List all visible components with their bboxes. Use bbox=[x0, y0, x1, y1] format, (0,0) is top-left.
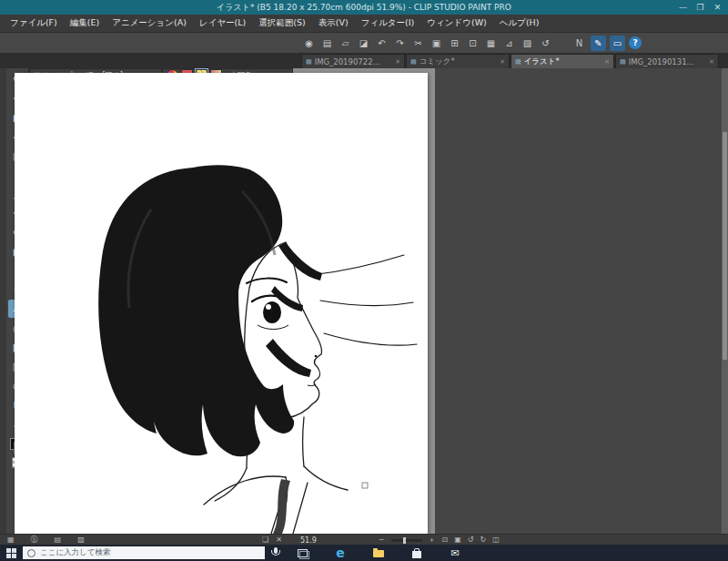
menu-edit[interactable]: 編集(E) bbox=[64, 15, 106, 33]
tab-label: コミック* bbox=[420, 56, 498, 67]
menu-file[interactable]: ファイル(F) bbox=[4, 15, 64, 33]
windows-taskbar: ここに入力して検索 e ✉ bbox=[0, 545, 728, 561]
document-tab-0[interactable]: ▤IMG_20190722...✕ bbox=[301, 54, 405, 68]
reset-display-icon[interactable]: ↺ bbox=[538, 36, 553, 51]
pen-settings-icon[interactable]: ✎ bbox=[591, 36, 606, 51]
minimize-button[interactable]: — bbox=[674, 0, 692, 15]
tablet-mode-icon[interactable]: ▭ bbox=[610, 36, 625, 51]
menu-help[interactable]: ヘルプ(H) bbox=[493, 15, 546, 33]
menu-animation[interactable]: アニメーション(A) bbox=[106, 15, 193, 33]
menu-filter[interactable]: フィルター(I) bbox=[355, 15, 421, 33]
tab-label: イラスト* bbox=[524, 56, 602, 67]
tab-close-icon[interactable]: ✕ bbox=[500, 58, 505, 66]
redo-icon[interactable]: ↷ bbox=[392, 36, 408, 51]
document-icon: ▤ bbox=[306, 58, 312, 66]
store-icon[interactable] bbox=[410, 545, 424, 561]
menu-view[interactable]: 表示(V) bbox=[312, 15, 355, 33]
document-tab-2[interactable]: ▤イラスト*✕ bbox=[511, 54, 614, 68]
selection-handle[interactable] bbox=[362, 483, 368, 488]
taskbar-search-input[interactable]: ここに入力して検索 bbox=[23, 546, 265, 559]
search-icon bbox=[27, 549, 35, 557]
zoom-value: 51.9 bbox=[300, 536, 317, 545]
document-icon: ▤ bbox=[620, 58, 626, 66]
mail-icon[interactable]: ✉ bbox=[448, 545, 462, 561]
tab-close-icon[interactable]: ✕ bbox=[395, 58, 400, 66]
tab-label: IMG_20190131... bbox=[629, 57, 707, 66]
edge-icon[interactable]: e bbox=[333, 545, 348, 561]
n-badge-icon[interactable]: N bbox=[571, 36, 587, 51]
open-file-icon[interactable]: ▱ bbox=[338, 36, 353, 51]
close-button[interactable]: ✕ bbox=[709, 0, 726, 15]
file-explorer-icon[interactable] bbox=[371, 545, 386, 561]
tab-close-icon[interactable]: ✕ bbox=[604, 58, 610, 66]
snap-to-grid-icon[interactable]: ▨ bbox=[520, 36, 535, 51]
copy-icon[interactable]: ▣ bbox=[429, 36, 444, 51]
window-title: イラスト* (B5 18.20 x 25.70cm 600dpi 51.9%) … bbox=[0, 2, 728, 14]
canvas-illustration bbox=[15, 73, 428, 534]
search-placeholder: ここに入力して検索 bbox=[40, 547, 111, 558]
undo-icon[interactable]: ↶ bbox=[374, 36, 389, 51]
ribbon-shape bbox=[273, 479, 290, 534]
menu-layer[interactable]: レイヤー(L) bbox=[193, 15, 252, 33]
deselect-icon[interactable]: ⊡ bbox=[465, 36, 480, 51]
task-view-icon[interactable] bbox=[295, 545, 309, 561]
new-file-icon[interactable]: ▤ bbox=[319, 36, 335, 51]
zoom-slider[interactable] bbox=[391, 539, 422, 542]
clip-studio-logo-icon[interactable]: ◉ bbox=[301, 36, 317, 51]
maximize-button[interactable]: ❐ bbox=[692, 0, 709, 15]
canvas-area bbox=[0, 68, 435, 534]
help-icon[interactable]: ? bbox=[629, 36, 642, 49]
document-tab-3[interactable]: ▤IMG_20190131...✕ bbox=[615, 54, 719, 68]
microphone-icon[interactable] bbox=[269, 547, 282, 559]
zoom-slider-thumb[interactable] bbox=[403, 537, 406, 544]
tab-label: IMG_20190722... bbox=[315, 57, 393, 66]
document-tab-1[interactable]: ▤コミック*✕ bbox=[406, 54, 510, 68]
menu-bar: ファイル(F)編集(E)アニメーション(A)レイヤー(L)選択範囲(S)表示(V… bbox=[0, 15, 728, 33]
snap-to-ruler-icon[interactable]: ▦ bbox=[483, 36, 499, 51]
document-icon: ▤ bbox=[515, 58, 521, 66]
eye-iris bbox=[263, 301, 281, 323]
document-icon: ▤ bbox=[410, 58, 417, 66]
title-bar: イラスト* (B5 18.20 x 25.70cm 600dpi 51.9%) … bbox=[0, 0, 728, 15]
cut-icon[interactable]: ✂ bbox=[410, 36, 426, 51]
command-bar: ◉▤▱◪↶↷✂▣⊞⊡▦⊿▨↺ N✎▭? bbox=[0, 33, 728, 54]
tab-close-icon[interactable]: ✕ bbox=[709, 58, 714, 66]
menu-selection[interactable]: 選択範囲(S) bbox=[252, 15, 311, 33]
snap-to-special-ruler-icon[interactable]: ⊿ bbox=[501, 36, 517, 51]
save-file-icon[interactable]: ◪ bbox=[356, 36, 371, 51]
document-tab-bar: ▤IMG_20190722...✕▤コミック*✕▤イラスト*✕▤IMG_2019… bbox=[0, 53, 728, 68]
workspace: ⚲✚▶◆▢✦◢✒✏◣∴✳▰◑◧▥○⊞A ⚒ ツールプロパティ[硬め] 硬め ブラ… bbox=[0, 68, 728, 534]
start-button[interactable] bbox=[0, 545, 23, 561]
menu-window[interactable]: ウィンドウ(W) bbox=[420, 15, 492, 33]
windows-logo-icon bbox=[6, 548, 16, 558]
canvas-page[interactable] bbox=[15, 73, 428, 534]
paste-icon[interactable]: ⊞ bbox=[447, 36, 462, 51]
clip-studio-paint-window: イラスト* (B5 18.20 x 25.70cm 600dpi 51.9%) … bbox=[0, 0, 728, 561]
